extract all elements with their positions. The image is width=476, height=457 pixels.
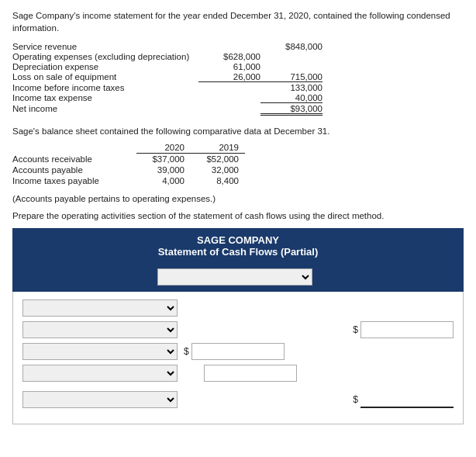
ar-2019: $52,000 bbox=[191, 154, 245, 165]
cf-section: SAGE COMPANY Statement of Cash Flows (Pa… bbox=[12, 228, 464, 424]
label-service-revenue: Service revenue bbox=[12, 42, 198, 51]
table-row: Accounts payable 39,000 32,000 bbox=[12, 164, 245, 175]
col1-loss: 26,000 bbox=[198, 72, 260, 82]
dollar-sign-3: $ bbox=[184, 346, 189, 357]
balance-table: 2020 2019 Accounts receivable $37,000 $5… bbox=[12, 142, 245, 186]
income-row-depreciation: Depreciation expense 61,000 bbox=[12, 62, 464, 71]
income-statement: Service revenue $848,000 Operating expen… bbox=[12, 42, 464, 116]
label-loss: Loss on sale of equipment bbox=[12, 72, 198, 81]
label-itp: Income taxes payable bbox=[12, 175, 136, 186]
ap-2020: 39,000 bbox=[136, 164, 191, 175]
cf-dropdown-2[interactable] bbox=[22, 321, 178, 338]
income-row-tax-expense: Income tax expense 40,000 bbox=[12, 93, 464, 103]
balance-intro: Sage's balance sheet contained the follo… bbox=[12, 126, 464, 136]
cf-row-4-left[interactable] bbox=[22, 365, 454, 382]
balance-col-2019: 2019 bbox=[191, 142, 245, 154]
intro-text: Sage Company's income statement for the … bbox=[12, 9, 464, 34]
table-row: Accounts receivable $37,000 $52,000 bbox=[12, 154, 245, 165]
ar-2020: $37,000 bbox=[136, 154, 191, 165]
cf-row-1 bbox=[22, 299, 454, 317]
cf-main-dropdown-row[interactable]: ▼ bbox=[12, 264, 464, 292]
label-ar: Accounts receivable bbox=[12, 154, 136, 165]
cf-dropdown-4[interactable] bbox=[22, 365, 178, 382]
col2-loss: 715,000 bbox=[260, 72, 323, 82]
cf-input-5[interactable] bbox=[360, 391, 454, 408]
cf-dropdown-3[interactable] bbox=[22, 343, 178, 360]
cf-row-3: $ bbox=[22, 343, 454, 360]
income-row-service-revenue: Service revenue $848,000 bbox=[12, 42, 464, 51]
cf-row-5: $ bbox=[22, 391, 454, 408]
income-row-loss: Loss on sale of equipment 26,000 715,000 bbox=[12, 72, 464, 82]
label-ap: Accounts payable bbox=[12, 164, 136, 175]
dollar-sign-5: $ bbox=[353, 394, 358, 405]
note-text: (Accounts payable pertains to operating … bbox=[12, 194, 464, 203]
cf-row-4 bbox=[22, 365, 454, 382]
cf-header: SAGE COMPANY Statement of Cash Flows (Pa… bbox=[12, 228, 464, 264]
cf-row-1-left[interactable] bbox=[22, 299, 454, 317]
cf-row-5-left[interactable] bbox=[22, 391, 353, 408]
col1-operating-expenses: $628,000 bbox=[198, 52, 260, 61]
cf-dropdown-1[interactable] bbox=[22, 299, 178, 317]
cf-row-2-right[interactable]: $ bbox=[353, 321, 454, 338]
cf-row-2-left[interactable] bbox=[22, 321, 353, 338]
col2-income-before-taxes: 133,000 bbox=[260, 83, 323, 92]
label-income-before-taxes: Income before income taxes bbox=[12, 83, 198, 92]
col2-tax-expense: 40,000 bbox=[260, 93, 323, 103]
income-row-income-before-taxes: Income before income taxes 133,000 bbox=[12, 83, 464, 92]
col2-service-revenue: $848,000 bbox=[260, 42, 323, 51]
dollar-sign-2: $ bbox=[353, 324, 358, 335]
balance-col-2020: 2020 bbox=[136, 142, 191, 154]
label-net-income: Net income bbox=[12, 104, 198, 113]
cf-row-2: $ bbox=[22, 321, 454, 338]
income-row-operating-expenses: Operating expenses (excluding depreciati… bbox=[12, 52, 464, 61]
cf-input-2[interactable] bbox=[360, 321, 454, 338]
label-tax-expense: Income tax expense bbox=[12, 93, 198, 102]
cf-input-3[interactable] bbox=[191, 343, 285, 360]
ap-2019: 32,000 bbox=[191, 164, 245, 175]
income-row-net-income: Net income $93,000 bbox=[12, 104, 464, 116]
itp-2020: 4,000 bbox=[136, 175, 191, 186]
col2-net-income: $93,000 bbox=[260, 104, 323, 116]
cf-company: SAGE COMPANY bbox=[22, 234, 454, 246]
cf-row-3-left[interactable]: $ bbox=[22, 343, 454, 360]
cf-input-4[interactable] bbox=[204, 365, 297, 382]
label-operating-expenses: Operating expenses (excluding depreciati… bbox=[12, 52, 198, 61]
itp-2019: 8,400 bbox=[191, 175, 245, 186]
cf-dropdown-5[interactable] bbox=[22, 391, 178, 408]
prepare-text: Prepare the operating activities section… bbox=[12, 211, 464, 220]
balance-col-label bbox=[12, 142, 136, 154]
cf-title: Statement of Cash Flows (Partial) bbox=[22, 246, 454, 258]
table-row: Income taxes payable 4,000 8,400 bbox=[12, 175, 245, 186]
col1-depreciation: 61,000 bbox=[198, 62, 260, 71]
cf-main-dropdown[interactable] bbox=[157, 268, 312, 286]
cf-row-5-right[interactable]: $ bbox=[353, 391, 454, 408]
label-depreciation: Depreciation expense bbox=[12, 62, 198, 71]
